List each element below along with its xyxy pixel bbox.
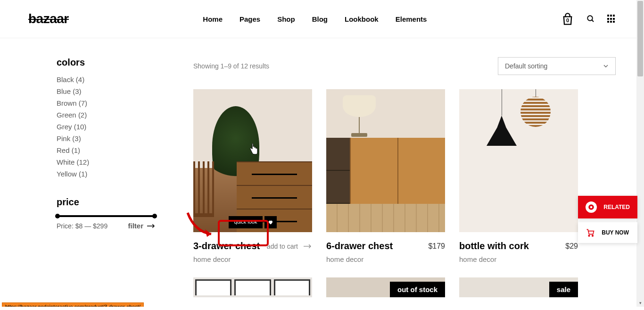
svg-line-1: [592, 20, 594, 22]
product-card[interactable]: [193, 277, 312, 297]
nav-lookbook[interactable]: Lookbook: [345, 15, 379, 23]
price-slider[interactable]: [57, 215, 156, 217]
product-category[interactable]: home decor: [459, 255, 578, 263]
add-to-cart-button[interactable]: add to cart: [267, 243, 312, 250]
product-image[interactable]: [193, 277, 312, 297]
product-image[interactable]: quick look: [193, 89, 312, 232]
color-filter-yellow[interactable]: Yellow (1): [57, 170, 156, 178]
svg-point-7: [588, 235, 590, 236]
product-title[interactable]: bottle with cork: [459, 241, 529, 251]
chevron-down-icon: [603, 63, 609, 69]
product-image[interactable]: out of stock: [326, 277, 445, 297]
nav-blog[interactable]: Blog: [312, 15, 328, 23]
header-icons: 0: [561, 12, 616, 25]
price-heading: price: [57, 197, 156, 208]
sort-dropdown[interactable]: Default sorting: [498, 57, 616, 75]
filter-sidebar: colors Black (4) Blue (3) Brown (7) Gree…: [57, 57, 156, 297]
nav-elements[interactable]: Elements: [396, 15, 427, 23]
scrollbar-thumb[interactable]: [637, 1, 643, 76]
color-filter-green[interactable]: Green (2): [57, 111, 156, 119]
site-logo[interactable]: bazaar: [28, 11, 69, 26]
site-header: bazaar Home Pages Shop Blog Lookbook Ele…: [0, 0, 644, 38]
color-filter-white[interactable]: White (12): [57, 158, 156, 166]
svg-point-0: [587, 16, 593, 21]
product-title[interactable]: 3-drawer chest: [193, 241, 260, 251]
menu-grid-button[interactable]: [607, 15, 616, 23]
nav-home[interactable]: Home: [203, 15, 223, 23]
filter-button[interactable]: filter: [128, 222, 156, 230]
price-slider-handle-min[interactable]: [55, 214, 60, 218]
product-card[interactable]: 6-drawer chest $179 home decor: [326, 89, 445, 263]
search-icon: [586, 15, 595, 23]
product-price: $179: [428, 242, 445, 251]
color-filter-blue[interactable]: Blue (3): [57, 87, 156, 95]
sale-badge: sale: [549, 282, 578, 297]
color-filter-red[interactable]: Red (1): [57, 146, 156, 154]
color-filter-grey[interactable]: Grey (10): [57, 123, 156, 131]
product-card[interactable]: sale: [459, 277, 578, 297]
product-listing: Showing 1–9 of 12 results Default sortin…: [193, 57, 616, 297]
price-range-text: Price: $8 — $299: [57, 222, 107, 230]
product-price: $29: [565, 242, 578, 251]
product-title[interactable]: 6-drawer chest: [326, 241, 393, 251]
status-bar-url: https://bazaar.qodeinteractive.com/produ…: [2, 302, 144, 307]
primary-nav: Home Pages Shop Blog Lookbook Elements: [203, 15, 427, 23]
color-filter-pink[interactable]: Pink (3): [57, 134, 156, 142]
cart-icon: [586, 228, 595, 237]
qode-logo-icon: [586, 201, 597, 213]
scroll-down-arrow-icon[interactable]: ▾: [636, 299, 644, 307]
product-image[interactable]: [459, 89, 578, 232]
nav-shop[interactable]: Shop: [277, 15, 295, 23]
color-filter-brown[interactable]: Brown (7): [57, 99, 156, 107]
product-image[interactable]: sale: [459, 277, 578, 297]
product-card[interactable]: bottle with cork $29 home decor: [459, 89, 578, 263]
nav-pages[interactable]: Pages: [239, 15, 260, 23]
heart-icon: [268, 219, 273, 225]
out-of-stock-badge: out of stock: [390, 282, 445, 297]
svg-point-8: [592, 235, 594, 236]
arrow-right-icon: [304, 244, 312, 249]
cart-button[interactable]: 0: [561, 12, 574, 25]
quick-look-button[interactable]: quick look: [229, 216, 263, 228]
floating-side-widgets: RELATED BUY NOW: [578, 196, 637, 243]
results-count: Showing 1–9 of 12 results: [193, 62, 269, 70]
cart-count: 0: [561, 17, 574, 23]
search-button[interactable]: [586, 15, 595, 23]
product-image[interactable]: [326, 89, 445, 232]
product-card[interactable]: out of stock: [326, 277, 445, 297]
product-category[interactable]: home decor: [193, 255, 312, 263]
related-button[interactable]: RELATED: [578, 196, 637, 218]
colors-heading: colors: [57, 57, 156, 68]
price-slider-handle-max[interactable]: [152, 214, 157, 218]
buy-now-button[interactable]: BUY NOW: [578, 222, 637, 243]
product-card[interactable]: quick look 3-drawer chest add to cart ho…: [193, 89, 312, 263]
color-filter-list: Black (4) Blue (3) Brown (7) Green (2) G…: [57, 75, 156, 178]
wishlist-button[interactable]: [264, 216, 277, 228]
svg-point-6: [590, 206, 593, 209]
scrollbar-vertical[interactable]: ▴ ▾: [636, 0, 644, 307]
product-category[interactable]: home decor: [326, 255, 445, 263]
arrow-right-icon: [147, 223, 156, 229]
color-filter-black[interactable]: Black (4): [57, 75, 156, 84]
